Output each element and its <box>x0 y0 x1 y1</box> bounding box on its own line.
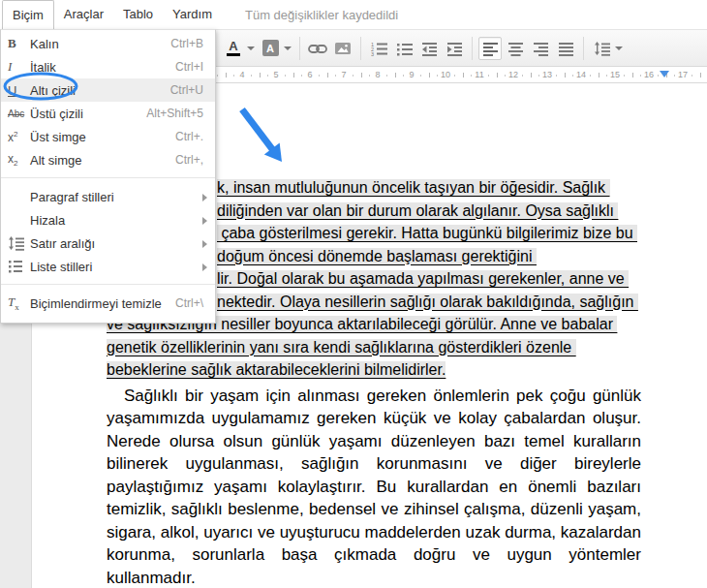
submenu-arrow-icon <box>202 240 207 248</box>
numbered-list-button[interactable]: 123 <box>367 37 390 60</box>
document-line[interactable]: Nerede olursa olsun günlük yaşamı düzenl… <box>107 430 641 453</box>
menu-item-paragraf-stilleri[interactable]: Paragraf stilleri <box>1 185 215 208</box>
increase-indent-button[interactable] <box>443 37 466 60</box>
menu-item-i-talik[interactable]: IİtalikCtrl+I <box>1 55 215 78</box>
document-line[interactable]: yaşamımızda uygulamamız gereken küçük ve… <box>107 407 641 430</box>
selected-underlined-text[interactable]: bebeklerine sağlık aktarabileceklerini b… <box>107 361 446 378</box>
text-color-button[interactable]: A <box>222 37 245 60</box>
document-line[interactable]: genetik özelliklerinin yanı sıra kendi s… <box>0 336 707 359</box>
align-justify-icon <box>558 41 574 56</box>
menu-item-kalın[interactable]: BKalınCtrl+B <box>1 32 215 55</box>
menu-item-biçimlendirmeyi-temizle[interactable]: TxBiçimlendirmeyi temizleCtrl+\ <box>1 292 215 315</box>
menu-item-liste-stilleri[interactable]: Liste stilleri <box>1 255 215 278</box>
selected-underlined-text[interactable]: çaba gösterilmesi gerekir. Hatta bugünkü… <box>217 225 637 241</box>
ruler-number: 16 <box>644 70 654 79</box>
underline-icon: U <box>1 83 30 98</box>
strikethrough-icon: Abc <box>8 108 24 119</box>
document-line[interactable]: bebeklerine sağlık aktarabileceklerini b… <box>0 358 707 382</box>
bold-icon: B <box>1 36 30 51</box>
ruler-tick <box>556 75 557 77</box>
selected-underlined-text[interactable]: nektedir. Olaya nesillerin sağlığı olara… <box>217 294 638 310</box>
menu-item-shortcut: Ctrl+B <box>170 37 215 50</box>
subscript-icon: x2 <box>8 152 17 168</box>
ruler-number: 6 <box>307 70 312 79</box>
menu-item-altı-çizili[interactable]: UAltı çiziliCtrl+U <box>1 78 215 102</box>
clear-formatting-icon: Tx <box>8 294 19 312</box>
toolbar-separator <box>472 37 473 60</box>
menu-item-üst-simge[interactable]: x2Üst simgeCtrl+. <box>1 125 215 148</box>
menu-item-label: Üstü çizili <box>30 107 146 121</box>
google-docs-window: BiçimAraçlarTabloYardımTüm değişiklikler… <box>0 0 707 588</box>
menubar-item-yardım[interactable]: Yardım <box>163 0 222 29</box>
menu-item-hizala[interactable]: Hizala <box>1 208 215 232</box>
document-line[interactable]: Sağlıklı bir yaşam için alınması gereken… <box>107 385 641 408</box>
menu-item-shortcut: Ctrl+, <box>175 153 215 167</box>
ruler-number: 12 <box>508 70 518 79</box>
document-line[interactable]: korunma, sorunlarla başa çıkmada doğru v… <box>107 543 641 567</box>
numbered-list-icon: 123 <box>371 41 387 56</box>
ruler-tick <box>572 75 573 77</box>
menu-item-shortcut: Alt+Shift+5 <box>146 107 215 120</box>
menu-item-alt-simge[interactable]: x2Alt simgeCtrl+, <box>1 148 215 171</box>
insert-link-button[interactable] <box>306 37 329 60</box>
menu-item-satır-aralığı[interactable]: Satır aralığı <box>1 232 215 255</box>
ruler-indent-marker[interactable] <box>660 71 669 77</box>
text-color-button-dropdown-arrow[interactable] <box>247 46 255 50</box>
line-spacing-icon <box>594 41 610 56</box>
selected-underlined-text[interactable]: genetik özelliklerinin yanı sıra kendi s… <box>107 339 576 356</box>
ruler-number: 10 <box>441 70 450 79</box>
ruler-tick <box>463 73 464 77</box>
menu-bar: BiçimAraçlarTabloYardımTüm değişiklikler… <box>0 0 707 29</box>
bold-icon: B <box>8 36 16 51</box>
selected-underlined-text[interactable]: lir. Doğal olarak bu aşamada yapılması g… <box>217 270 629 287</box>
superscript-icon: x2 <box>8 130 17 144</box>
align-left-icon <box>482 41 499 56</box>
ruler-tick <box>335 75 336 77</box>
menubar-item-tablo[interactable]: Tablo <box>113 0 163 29</box>
format-dropdown-menu: BKalınCtrl+BIİtalikCtrl+IUAltı çiziliCtr… <box>0 29 216 324</box>
document-line[interactable]: kullanmadır. <box>107 567 641 588</box>
menu-item-label: Altı çizili <box>30 83 170 98</box>
bulleted-list-button[interactable] <box>392 37 415 60</box>
ruler-number: 8 <box>375 70 380 79</box>
ruler-tick <box>420 75 421 77</box>
highlight-color-button-dropdown-arrow[interactable] <box>284 46 292 50</box>
save-status: Tüm değişiklikler kaydedildi <box>245 8 398 22</box>
insert-image-button[interactable] <box>331 37 354 60</box>
menu-item-label: Üst simge <box>30 130 175 144</box>
menu-item-label: Biçimlendirmeyi temizle <box>30 296 175 311</box>
highlight-color-button[interactable]: A <box>259 37 282 60</box>
ruler-tick <box>267 75 268 77</box>
ruler-tick <box>285 75 286 77</box>
menubar-item-araçlar[interactable]: Araçlar <box>54 0 113 29</box>
line-spacing-button-dropdown-arrow[interactable] <box>615 46 623 50</box>
underline-icon: U <box>8 83 16 98</box>
ruler-tick <box>454 75 455 77</box>
menubar-item-biçim[interactable]: Biçim <box>2 0 54 30</box>
document-line[interactable]: sigara, alkol, uyarıcı ve uyuşturucu mad… <box>107 521 641 544</box>
submenu-arrow-icon <box>202 263 207 271</box>
ruler-number: 9 <box>409 70 414 79</box>
selected-underlined-text[interactable]: k, insan mutluluğunun öncelik taşıyan bi… <box>217 179 610 196</box>
list-styles-icon <box>1 260 30 273</box>
align-left-button[interactable] <box>478 37 502 60</box>
justified-paragraph[interactable]: Sağlıklı bir yaşam için alınması gereken… <box>107 385 641 588</box>
ruler-tick <box>599 73 599 77</box>
ruler-tick <box>217 75 218 77</box>
menu-item-üstü-çizili[interactable]: AbcÜstü çiziliAlt+Shift+5 <box>1 102 215 125</box>
line-spacing-button[interactable] <box>590 37 613 60</box>
ruler-tick <box>640 75 641 77</box>
selected-underlined-text[interactable]: doğum öncesi dönemde başlaması gerektiği… <box>217 248 537 264</box>
selected-underlined-text[interactable]: diliğinden var olan bir durum olarak alg… <box>217 202 618 219</box>
decrease-indent-button[interactable] <box>417 37 441 60</box>
document-line[interactable]: temizlik, sağlıklı beslenme, bedensel ve… <box>107 498 641 521</box>
align-right-button[interactable] <box>529 37 552 60</box>
align-center-button[interactable] <box>504 37 527 60</box>
menu-item-shortcut: Ctrl+. <box>175 130 215 143</box>
menu-item-label: Liste stilleri <box>30 260 215 274</box>
document-line[interactable]: paylaştığımız yaşamı kolaylaştırır. Bu k… <box>107 476 641 499</box>
ruler-tick <box>471 75 472 77</box>
bulleted-list-icon <box>396 41 413 56</box>
document-line[interactable]: bilinerek uygulanması, sağlığın korunmas… <box>107 452 641 476</box>
justify-button[interactable] <box>554 37 577 60</box>
